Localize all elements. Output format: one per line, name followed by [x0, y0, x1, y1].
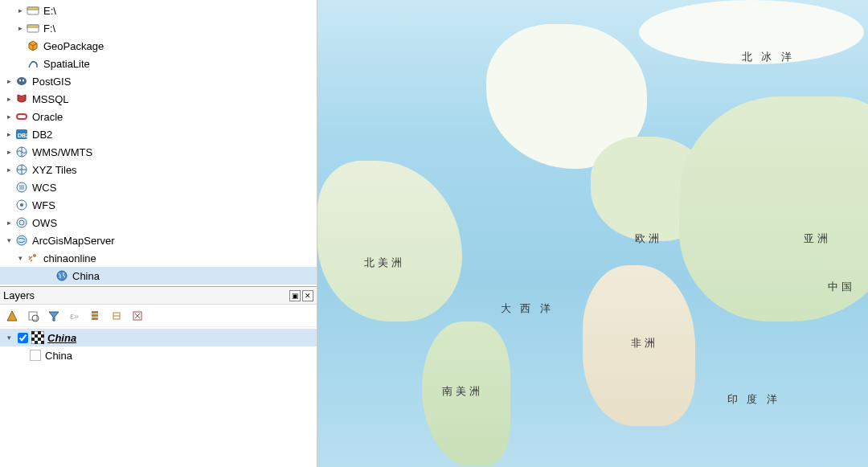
svg-point-4: [17, 77, 27, 85]
map-label: 大 西 洋: [501, 301, 554, 316]
layers-panel-header: Layers ▣ ✕: [0, 287, 317, 305]
browser-item-label: MSSQL: [32, 93, 69, 105]
expand-toggle-icon[interactable]: ▸: [3, 76, 14, 87]
maplayer-icon: [55, 268, 69, 283]
filter-button[interactable]: [47, 309, 61, 323]
wfs-icon: [14, 198, 29, 212]
svg-rect-39: [38, 338, 41, 341]
db2-icon: DB2: [14, 127, 29, 141]
geopackage-icon: [26, 39, 40, 53]
undock-button[interactable]: ▣: [289, 290, 301, 301]
xyz-icon: [14, 162, 29, 177]
expand-toggle-icon[interactable]: ▸: [3, 111, 14, 122]
svg-rect-35: [38, 331, 41, 334]
collapse-toggle-icon[interactable]: ▾: [14, 252, 26, 264]
svg-point-5: [19, 80, 21, 82]
browser-panel[interactable]: ▸E:\▸F:\GeoPackageSpatiaLite▸PostGIS▸MSS…: [0, 0, 317, 286]
browser-item[interactable]: WFS: [0, 196, 317, 214]
browser-item[interactable]: ▸WMS/WMTS: [0, 143, 317, 161]
browser-item-label: ArcGisMapServer: [32, 235, 115, 247]
browser-item-label: chinaonline: [43, 252, 96, 264]
expand-toggle-icon[interactable]: ▸: [3, 93, 14, 104]
svg-rect-38: [31, 338, 35, 341]
svg-point-21: [57, 271, 67, 281]
svg-rect-14: [19, 185, 24, 190]
browser-item-label: China: [72, 270, 100, 282]
browser-item[interactable]: ▸F:\: [0, 19, 317, 37]
spatialite-icon: [26, 56, 40, 71]
map-label: 北 冰 洋: [742, 50, 795, 64]
svg-rect-36: [35, 334, 38, 338]
svg-text:DB2: DB2: [18, 133, 28, 138]
svg-rect-42: [31, 350, 41, 361]
expand-toggle-icon[interactable]: ▾: [3, 332, 14, 343]
expand-toggle-icon[interactable]: ▸: [14, 5, 26, 16]
map-label: 南美洲: [442, 384, 483, 399]
svg-point-20: [33, 254, 36, 257]
browser-item[interactable]: ▸E:\: [0, 2, 317, 19]
browser-item-label: WMS/WMTS: [32, 146, 92, 158]
svg-rect-25: [92, 311, 98, 313]
browser-item[interactable]: GeoPackage: [0, 37, 317, 55]
collapse-all-button[interactable]: [109, 309, 124, 323]
browser-item[interactable]: SpatiaLite: [0, 55, 317, 72]
sublayer-label: China: [45, 350, 72, 362]
expression-button[interactable]: ε»: [68, 309, 82, 323]
svg-rect-3: [27, 25, 39, 27]
browser-item-label: Oracle: [32, 111, 63, 123]
expand-toggle-icon[interactable]: ▸: [3, 217, 14, 228]
drive-icon: [26, 3, 40, 18]
svg-point-17: [17, 218, 27, 227]
browser-item[interactable]: China: [0, 267, 317, 285]
svg-rect-26: [92, 314, 98, 317]
mssql-icon: [14, 92, 29, 106]
map-label: 印 度 洋: [727, 392, 780, 407]
svg-rect-7: [17, 114, 27, 119]
layers-tree[interactable]: ▾ China China: [0, 327, 317, 467]
remove-layer-button[interactable]: [130, 309, 145, 323]
wms-icon: [14, 145, 29, 159]
browser-item[interactable]: ▾chinaonline: [0, 249, 317, 267]
style-manager-button[interactable]: [5, 309, 19, 323]
svg-point-19: [17, 236, 27, 245]
expand-toggle-icon[interactable]: ▸: [3, 164, 14, 175]
svg-rect-41: [41, 341, 44, 344]
browser-item-label: SpatiaLite: [43, 58, 90, 70]
browser-item-label: DB2: [32, 129, 52, 141]
layer-group-china[interactable]: ▾ China: [0, 329, 317, 346]
drive-icon: [26, 21, 40, 35]
map-canvas[interactable]: 北 冰 洋北美洲欧洲亚洲中国大 西 洋非洲南美洲印 度 洋: [317, 0, 868, 467]
close-panel-button[interactable]: ✕: [302, 290, 313, 301]
filter-legend-button[interactable]: [26, 309, 40, 323]
browser-item[interactable]: ▾ArcGisMapServer: [0, 231, 317, 249]
svg-point-23: [32, 315, 39, 322]
expand-all-button[interactable]: [88, 309, 103, 323]
arcgis-icon: [14, 233, 29, 248]
browser-item[interactable]: ▸XYZ Tiles: [0, 161, 317, 178]
wcs-icon: [14, 180, 29, 195]
layers-panel: Layers ▣ ✕ ε» ▾ China: [0, 286, 317, 467]
sublayer-china[interactable]: China: [0, 346, 317, 364]
layers-panel-title: Layers: [3, 289, 35, 301]
browser-item-label: GeoPackage: [43, 40, 104, 52]
browser-item[interactable]: ▸MSSQL: [0, 90, 317, 108]
layer-empty-swatch: [29, 349, 42, 362]
expand-toggle-icon[interactable]: ▸: [3, 146, 14, 158]
svg-point-16: [20, 203, 23, 207]
browser-item[interactable]: WCS: [0, 178, 317, 196]
layer-visibility-checkbox[interactable]: [18, 333, 28, 343]
svg-text:ε»: ε»: [70, 311, 79, 321]
browser-item-label: WCS: [32, 182, 56, 194]
layer-checker-swatch: [31, 331, 44, 344]
expand-toggle-icon[interactable]: ▸: [3, 129, 14, 140]
oracle-icon: [14, 109, 29, 124]
browser-item[interactable]: ▸Oracle: [0, 108, 317, 125]
collapse-toggle-icon[interactable]: ▾: [3, 235, 14, 246]
browser-item[interactable]: ▸DB2DB2: [0, 125, 317, 143]
postgis-icon: [14, 74, 29, 88]
browser-item[interactable]: ▸OWS: [0, 214, 317, 231]
expand-toggle-icon[interactable]: ▸: [14, 23, 26, 34]
connection-icon: [26, 251, 40, 265]
landmass-shape: [317, 161, 462, 322]
browser-item[interactable]: ▸PostGIS: [0, 72, 317, 90]
